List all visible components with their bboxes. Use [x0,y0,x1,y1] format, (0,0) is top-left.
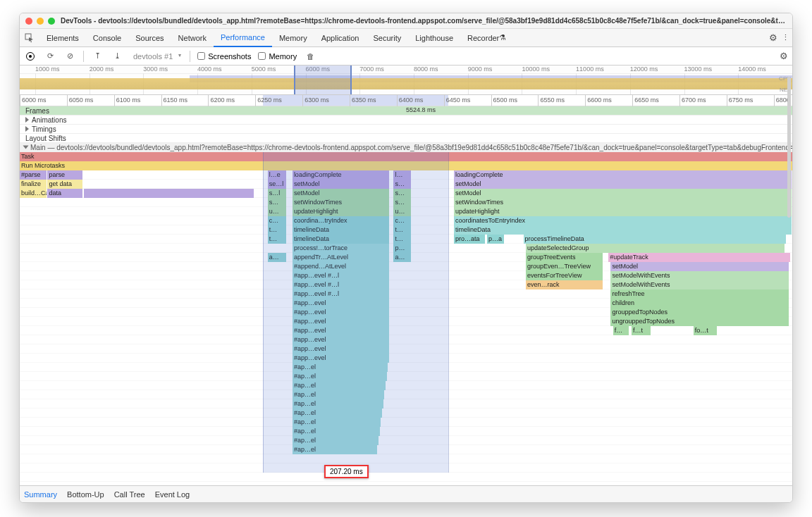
flame-bar[interactable]: ungrouppedTopNodes [610,317,788,326]
flame-bar[interactable]: s… [393,198,410,207]
flame-bar[interactable]: groupTreeEvents [526,253,603,262]
flame-bar[interactable]: refreshTree [610,289,788,299]
flame-bar[interactable]: s… [393,189,410,198]
tab-call-tree[interactable]: Call Tree [114,490,145,499]
flame-bar[interactable]: parse [47,170,82,180]
flame-bar[interactable]: processTimelineData [524,235,787,244]
maximize-icon[interactable] [48,18,55,25]
flame-bar[interactable]: eventsForTreeView [526,271,603,280]
flame-bar[interactable]: #app…evel [293,326,389,335]
flame-bar[interactable]: t… [393,225,410,235]
flame-bar[interactable]: #app…evel [293,317,389,326]
flame-bar[interactable]: se…l [268,180,286,189]
flame-bar[interactable]: f…t [632,326,651,335]
flame-bar[interactable]: #parse [20,170,47,180]
flame-bar[interactable] [84,189,254,198]
flame-bar[interactable]: c… [393,216,410,225]
overview-minimap[interactable]: 1000 ms2000 ms3000 ms4000 ms5000 ms6000 … [20,66,792,95]
flame-bar[interactable]: setModelWithEvents [610,271,788,280]
trash-icon[interactable]: 🗑 [304,50,316,63]
flame-bar[interactable]: #ap…el [293,381,386,390]
frames-track[interactable]: Frames 5524.8 ms [20,106,792,116]
screenshots-checkbox[interactable]: Screenshots [197,52,251,61]
task-bar[interactable]: Task [20,152,792,161]
flame-bar[interactable]: setModel [454,189,792,198]
inspect-icon[interactable] [23,31,37,45]
flame-bar[interactable]: groupEven…TreeView [526,262,603,271]
flame-bar[interactable]: #ap…el [293,372,387,381]
flame-bar[interactable]: data [47,189,82,198]
flame-bar[interactable]: s…l [268,189,286,198]
flame-bar[interactable]: #app…evel #…l [293,280,389,289]
flame-bar[interactable]: even…rack [526,280,603,289]
flame-bar[interactable]: timelineData [293,235,389,244]
time-ruler[interactable]: 6000 ms6050 ms6100 ms6150 ms6200 ms6250 … [20,95,792,106]
flame-bar[interactable]: #ap…el [293,418,381,427]
flame-bar[interactable]: #ap…el [293,436,379,445]
flame-bar[interactable]: a… [393,253,410,262]
close-icon[interactable] [25,18,32,25]
flame-bar[interactable]: appendTr…AtLevel [293,253,389,262]
flame-bar[interactable]: #app…evel #…l [293,289,389,299]
flame-bar[interactable]: f… [613,326,629,335]
flame-bar[interactable]: t… [268,225,286,235]
flame-bar[interactable]: updateHighlight [293,207,389,216]
flame-bar[interactable]: timelineData [454,225,792,235]
layout-shifts-track[interactable]: Layout Shifts [20,134,792,143]
memory-checkbox[interactable]: Memory [258,52,297,61]
tab-recorder[interactable]: Recorder ⚗ [460,29,513,47]
flame-bar[interactable]: children [610,299,788,308]
tab-summary[interactable]: Summary [24,490,57,499]
flame-bar[interactable]: timelineData [293,225,389,235]
flame-bar[interactable]: #app…evel #…l [293,271,389,280]
flame-bar[interactable]: #append…AtLevel [293,262,389,271]
flame-bar[interactable]: loadingComplete [293,170,389,180]
flame-bar[interactable]: setModel [454,180,792,189]
animations-track[interactable]: Animations [20,116,792,125]
flame-bar[interactable]: #ap…el [293,427,380,436]
flame-bar[interactable]: #ap…el [293,409,382,418]
flame-bar[interactable]: t… [268,235,286,244]
flame-bar[interactable]: loadingComplete [454,170,792,180]
flame-bar[interactable]: updateHighlight [454,207,792,216]
download-icon[interactable]: ⤓ [111,50,123,63]
tab-memory[interactable]: Memory [272,29,314,47]
flame-bar[interactable]: #ap…el [293,390,384,399]
record-button[interactable] [24,50,37,63]
scrollbar[interactable] [787,77,791,218]
flame-bar[interactable]: setModel [293,180,389,189]
flame-bar[interactable]: #app…evel [293,344,389,354]
minimize-icon[interactable] [37,18,44,25]
flame-bar[interactable]: #ap…el [293,363,388,372]
tab-application[interactable]: Application [314,29,367,47]
tab-performance[interactable]: Performance [214,29,272,47]
flame-bar[interactable]: get data [47,180,82,189]
flame-bar[interactable]: l…e [268,170,286,180]
flame-bar[interactable]: p… [393,244,410,253]
recording-select[interactable]: devtools #1 [130,51,183,61]
flame-bar[interactable]: coordina…tryIndex [293,216,389,225]
flame-bar[interactable]: setWindowTimes [454,198,792,207]
flame-bar[interactable]: #app…evel [293,335,389,344]
tab-elements[interactable]: Elements [39,29,86,47]
flame-bar[interactable]: #app…evel [293,299,389,308]
flame-bar[interactable]: process!…torTrace [293,244,389,253]
flame-bar[interactable]: pro…ata [454,235,485,244]
upload-icon[interactable]: ⤒ [91,50,104,63]
flame-bar[interactable]: #updateTrack [608,253,790,262]
tab-console[interactable]: Console [86,29,128,47]
flame-bar[interactable]: fo…t [694,326,717,335]
tab-event-log[interactable]: Event Log [155,490,190,499]
flame-bar[interactable]: build…Calls [20,189,47,198]
flame-bar[interactable]: setModel [293,189,389,198]
settings-icon[interactable]: ⚙ [769,32,777,43]
flame-bar[interactable]: t… [393,235,410,244]
tab-bottom-up[interactable]: Bottom-Up [67,490,104,499]
flame-bar[interactable]: l… [393,170,410,180]
flame-bar[interactable]: finalize [20,180,47,189]
flame-bar[interactable]: updateSelectedGroup [526,244,785,253]
tab-sources[interactable]: Sources [128,29,171,47]
tab-lighthouse[interactable]: Lighthouse [408,29,460,47]
flame-bar[interactable]: c… [268,216,286,225]
flame-bar[interactable]: u… [393,207,410,216]
